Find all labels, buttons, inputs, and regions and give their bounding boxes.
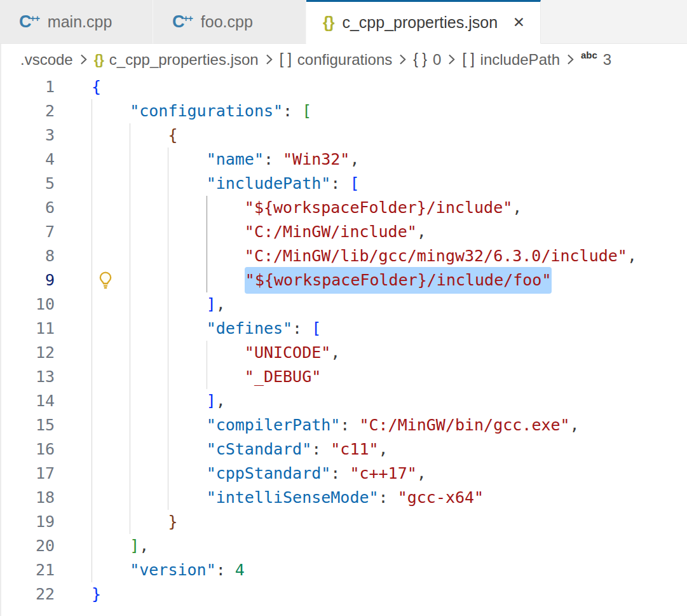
code-token: :	[311, 440, 330, 458]
code-line-16[interactable]: 16 "cStandard": "c11",	[1, 437, 687, 462]
code-text: }	[92, 582, 101, 606]
breadcrumb-item-configurations[interactable]: [ ]configurations	[280, 51, 393, 69]
breadcrumb-item-.vscode[interactable]: .vscode	[20, 51, 73, 69]
code-token: ,	[417, 222, 426, 241]
breadcrumb-item-includePath[interactable]: [ ]includePath	[462, 51, 560, 69]
line-number[interactable]: 7	[1, 220, 55, 244]
line-number[interactable]: 12	[1, 341, 55, 365]
code-token: {	[168, 126, 177, 144]
code-token: "intelliSenseMode"	[207, 488, 379, 507]
selected-text: "${workspaceFolder}/include/foo"	[245, 267, 552, 294]
code-line-19[interactable]: 19 }	[1, 510, 687, 534]
line-number[interactable]: 4	[1, 147, 55, 172]
code-line-11[interactable]: 11 "defines": [	[1, 317, 687, 341]
code-text: }	[92, 510, 177, 534]
code-token: "includePath"	[207, 174, 331, 193]
code-token: "version"	[130, 561, 215, 579]
code-line-10[interactable]: 10 ],	[1, 292, 687, 317]
code-token: :	[283, 102, 302, 120]
cpp-file-icon: C++	[172, 13, 193, 31]
close-icon[interactable]: ✕	[512, 14, 526, 31]
code-token: :	[340, 416, 359, 434]
tab-main.cpp[interactable]: C++main.cpp	[0, 0, 153, 44]
breadcrumb-item-c_cpp_properties.json[interactable]: {}c_cpp_properties.json	[94, 51, 259, 69]
line-number[interactable]: 3	[1, 123, 55, 147]
code-token: "Win32"	[283, 150, 350, 168]
code-token: }	[168, 512, 177, 531]
code-line-8[interactable]: 8 "C:/MinGW/lib/gcc/mingw32/6.3.0/includ…	[1, 244, 687, 268]
code-token	[92, 102, 130, 120]
breadcrumb-label: 0	[433, 51, 441, 69]
code-token	[92, 416, 207, 434]
code-token: "cStandard"	[207, 440, 312, 458]
line-number[interactable]: 22	[1, 582, 55, 606]
line-number[interactable]: 16	[1, 437, 55, 462]
line-number[interactable]: 14	[1, 389, 55, 413]
code-line-12[interactable]: 12 "UNICODE",	[1, 341, 687, 365]
code-token: "c++17"	[350, 464, 416, 483]
code-token: 4	[235, 561, 245, 579]
code-text: "name": "Win32",	[92, 147, 359, 172]
line-number[interactable]: 5	[1, 172, 55, 196]
code-line-2[interactable]: 2 "configurations": [	[1, 99, 687, 123]
string-symbol-icon: abc	[581, 50, 597, 60]
tab-strip-filler	[541, 0, 687, 44]
code-token	[92, 174, 207, 193]
code-text: "C:/MinGW/include",	[92, 220, 426, 244]
code-line-13[interactable]: 13 "_DEBUG"	[1, 365, 687, 389]
line-number[interactable]: 10	[1, 292, 55, 317]
editor[interactable]: 1{2 "configurations": [3 {4 "name": "Win…	[0, 75, 687, 616]
code-line-9[interactable]: 9 "${workspaceFolder}/include/foo"	[1, 268, 687, 292]
code-token	[92, 561, 130, 579]
code-line-3[interactable]: 3 {	[1, 123, 687, 147]
code-token	[92, 247, 245, 265]
line-number[interactable]: 11	[1, 317, 55, 341]
line-number[interactable]: 19	[1, 510, 55, 534]
code-line-18[interactable]: 18 "intelliSenseMode": "gcc-x64"	[1, 486, 687, 510]
breadcrumb-item-0[interactable]: { }0	[413, 51, 441, 69]
code-line-7[interactable]: 7 "C:/MinGW/include",	[1, 220, 687, 244]
code-token	[92, 537, 130, 555]
code-line-4[interactable]: 4 "name": "Win32",	[1, 147, 687, 172]
code-text: "compilerPath": "C:/MinGW/bin/gcc.exe",	[92, 413, 580, 437]
code-token: ,	[417, 464, 426, 483]
code-text: "_DEBUG"	[92, 365, 321, 389]
code-line-1[interactable]: 1{	[1, 75, 687, 99]
breadcrumb-item-3[interactable]: abc3	[581, 51, 611, 69]
line-number[interactable]: 17	[1, 462, 55, 486]
tab-c_cpp_properties.json[interactable]: {}c_cpp_properties.json✕	[306, 0, 541, 44]
tab-foo.cpp[interactable]: C++foo.cpp	[153, 0, 306, 44]
code-line-20[interactable]: 20 ],	[1, 534, 687, 558]
code-line-22[interactable]: 22}	[1, 582, 687, 606]
code-line-14[interactable]: 14 ],	[1, 389, 687, 413]
cpp-plusplus: ++	[31, 13, 39, 24]
breadcrumb-label: configurations	[297, 51, 392, 69]
tab-label: c_cpp_properties.json	[342, 13, 498, 32]
code-token	[92, 464, 207, 483]
line-number[interactable]: 9	[1, 268, 55, 292]
line-number[interactable]: 21	[1, 558, 55, 582]
line-number[interactable]: 1	[1, 75, 55, 99]
line-number[interactable]: 13	[1, 365, 55, 389]
lightbulb-icon[interactable]	[95, 270, 116, 291]
code-line-6[interactable]: 6 "${workspaceFolder}/include",	[1, 196, 687, 220]
line-number[interactable]: 18	[1, 486, 55, 510]
chevron-right-icon	[79, 52, 88, 67]
code-line-15[interactable]: 15 "compilerPath": "C:/MinGW/bin/gcc.exe…	[1, 413, 687, 437]
code-line-5[interactable]: 5 "includePath": [	[1, 172, 687, 196]
code-text: {	[92, 75, 101, 99]
cpp-plusplus: ++	[184, 13, 193, 24]
code-text: "includePath": [	[92, 172, 359, 196]
code-token	[92, 198, 245, 217]
line-number[interactable]: 20	[1, 534, 55, 558]
code-token: }	[92, 585, 101, 603]
code-line-17[interactable]: 17 "cppStandard": "c++17",	[1, 462, 687, 486]
line-number[interactable]: 15	[1, 413, 55, 437]
line-number[interactable]: 2	[1, 99, 55, 123]
tab-label: main.cpp	[48, 13, 112, 31]
line-number[interactable]: 6	[1, 196, 55, 220]
code-token: ,	[330, 343, 340, 362]
line-number[interactable]: 8	[1, 244, 55, 268]
json-braces-icon: {}	[323, 15, 334, 31]
code-line-21[interactable]: 21 "version": 4	[1, 558, 687, 582]
